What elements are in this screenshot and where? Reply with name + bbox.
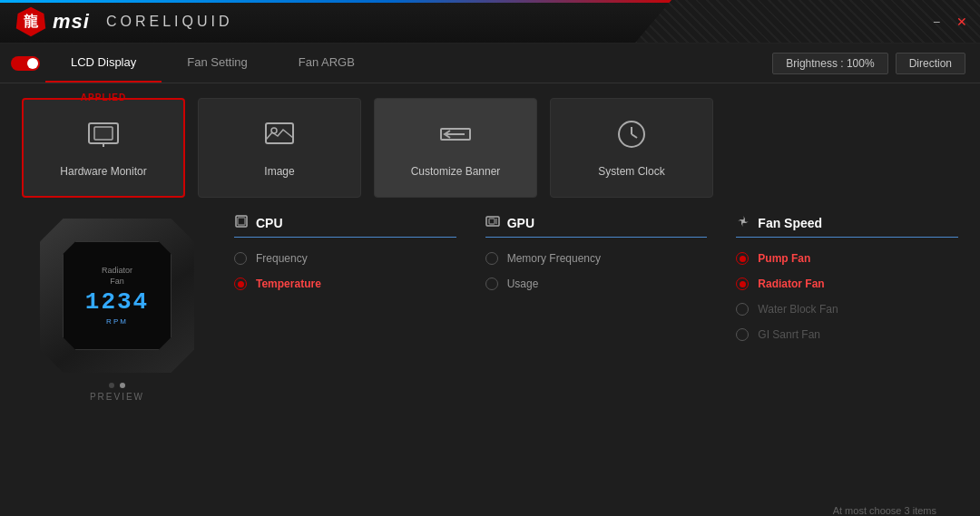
gi-sanrt-fan-label: GI Sanrt Fan [758, 328, 820, 341]
cpu-temperature-item[interactable]: Temperature [234, 276, 456, 292]
preview-label: PREVIEW [90, 392, 144, 402]
radiator-fan-label: Radiator Fan [758, 277, 824, 290]
brand-name: msi [53, 10, 90, 34]
cards-row: APPLIED Hardware Monitor Image [22, 98, 958, 198]
customize-banner-icon [439, 118, 472, 158]
bottom-section: RadiatorFan 1234 RPM PREVIEW [22, 214, 958, 505]
device-outer: RadiatorFan 1234 RPM [40, 219, 194, 373]
cpu-frequency-radio[interactable] [234, 252, 247, 265]
product-name: CORELIQUID [106, 14, 233, 30]
preview-area: RadiatorFan 1234 RPM PREVIEW [22, 214, 212, 505]
fan-speed-header: Fan Speed [736, 214, 958, 238]
carbon-bg [635, 0, 980, 43]
water-block-fan-radio[interactable] [736, 303, 749, 316]
cpu-icon [234, 214, 249, 231]
fan-speed-title: Fan Speed [758, 216, 822, 230]
gpu-memory-freq-label: Memory Frequency [507, 252, 601, 265]
toggle-knob [27, 58, 38, 69]
msi-logo: 龍 msi CORELIQUID [15, 5, 233, 38]
gpu-usage-item[interactable]: Usage [485, 276, 708, 292]
svg-rect-3 [94, 127, 113, 140]
cpu-header: CPU [234, 214, 456, 238]
svg-rect-14 [238, 218, 245, 225]
card-system-clock[interactable]: System Clock [550, 98, 713, 198]
gpu-memory-freq-radio[interactable] [485, 252, 498, 265]
card-hardware-monitor[interactable]: APPLIED Hardware Monitor [22, 98, 185, 198]
preview-rpm-unit: RPM [106, 317, 128, 326]
tab-fan-argb[interactable]: Fan ARGB [273, 44, 380, 83]
fan-icon [736, 214, 750, 231]
cpu-temperature-label: Temperature [256, 277, 321, 290]
image-icon [263, 118, 296, 158]
pump-fan-label: Pump Fan [758, 252, 810, 265]
card-customize-banner-label: Customize Banner [411, 165, 501, 178]
card-image[interactable]: Image [198, 98, 361, 198]
pump-fan-item[interactable]: Pump Fan [736, 250, 958, 267]
gpu-usage-radio[interactable] [485, 277, 498, 290]
cpu-column: CPU Frequency Temperature [234, 214, 456, 505]
preview-dots [109, 383, 125, 388]
footer-note: At most choose 3 items [833, 505, 936, 516]
cpu-frequency-label: Frequency [256, 252, 308, 265]
gpu-column: GPU Memory Frequency Usage [485, 214, 708, 505]
gpu-usage-label: Usage [507, 277, 539, 290]
water-block-fan-item[interactable]: Water Block Fan [736, 301, 958, 317]
dragon-icon: 龍 [15, 5, 47, 38]
tabs-bar: LCD Display Fan Setting Fan ARGB Brightn… [0, 44, 980, 83]
card-hardware-monitor-label: Hardware Monitor [60, 165, 146, 178]
device-inner: RadiatorFan 1234 RPM [63, 241, 172, 350]
radiator-fan-item[interactable]: Radiator Fan [736, 276, 958, 292]
preview-rpm-value: 1234 [85, 288, 149, 316]
device-preview: RadiatorFan 1234 RPM [35, 214, 199, 377]
hardware-monitor-icon [87, 118, 120, 158]
gpu-header: GPU [485, 214, 708, 238]
svg-text:龍: 龍 [24, 13, 39, 29]
gi-sanrt-fan-radio[interactable] [736, 328, 749, 341]
brightness-button[interactable]: Brightness : 100% [772, 53, 887, 74]
gpu-icon [485, 214, 500, 231]
main-content: APPLIED Hardware Monitor Image [0, 83, 980, 516]
direction-button[interactable]: Direction [896, 53, 965, 74]
cpu-temperature-radio[interactable] [234, 277, 247, 290]
gpu-title: GPU [507, 216, 534, 230]
cpu-title: CPU [256, 216, 283, 230]
pump-fan-radio[interactable] [736, 252, 749, 265]
card-image-label: Image [264, 165, 294, 178]
gi-sanrt-fan-item[interactable]: GI Sanrt Fan [736, 326, 958, 343]
settings-area: CPU Frequency Temperature [234, 214, 958, 505]
close-button[interactable]: ✕ [955, 15, 969, 29]
lcd-toggle[interactable] [11, 56, 40, 71]
applied-label: APPLIED [81, 92, 126, 102]
cpu-frequency-item[interactable]: Frequency [234, 250, 456, 267]
dot-2 [120, 383, 125, 388]
tab-lcd-display[interactable]: LCD Display [45, 44, 162, 83]
titlebar: 龍 msi CORELIQUID − ✕ [0, 0, 980, 44]
card-customize-banner[interactable]: Customize Banner [374, 98, 537, 198]
fan-speed-column: Fan Speed Pump Fan Radiator Fan Water Bl… [736, 214, 958, 505]
preview-top-text: RadiatorFan [102, 266, 132, 287]
radiator-fan-radio[interactable] [736, 277, 749, 290]
dot-1 [109, 383, 114, 388]
svg-rect-16 [489, 219, 495, 224]
tabs-actions: Brightness : 100% Direction [772, 53, 980, 74]
gpu-memory-freq-item[interactable]: Memory Frequency [485, 250, 708, 267]
minimize-button[interactable]: − [929, 15, 944, 29]
tab-fan-setting[interactable]: Fan Setting [162, 44, 273, 83]
window-controls: − ✕ [929, 15, 969, 29]
card-system-clock-label: System Clock [598, 165, 664, 178]
footer-note-area: At most choose 3 items [22, 505, 958, 516]
svg-line-12 [632, 134, 637, 138]
system-clock-icon [615, 118, 648, 158]
water-block-fan-label: Water Block Fan [758, 303, 838, 316]
